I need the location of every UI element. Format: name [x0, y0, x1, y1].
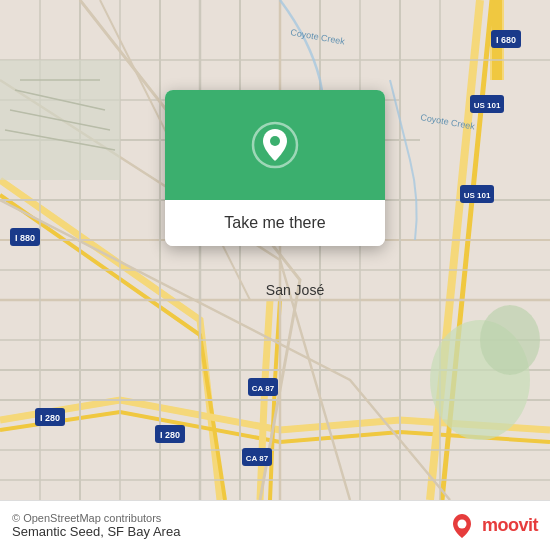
location-pin-icon: [251, 121, 299, 169]
svg-text:CA 87: CA 87: [252, 384, 275, 393]
moovit-label: moovit: [482, 515, 538, 536]
moovit-logo: moovit: [448, 512, 538, 540]
moovit-pin-icon: [448, 512, 476, 540]
svg-text:I 280: I 280: [40, 413, 60, 423]
app-info: © OpenStreetMap contributors Semantic Se…: [12, 512, 180, 539]
svg-text:San José: San José: [266, 282, 325, 298]
app-name: Semantic Seed, SF Bay Area: [12, 524, 180, 539]
popup-header: [165, 90, 385, 200]
map-container: I 880 I 280 I 280 US 101 US 101 I 680 CA…: [0, 0, 550, 500]
svg-text:I 880: I 880: [15, 233, 35, 243]
svg-text:I 680: I 680: [496, 35, 516, 45]
svg-point-54: [457, 519, 466, 528]
svg-text:US 101: US 101: [474, 101, 501, 110]
svg-text:CA 87: CA 87: [246, 454, 269, 463]
svg-point-53: [270, 136, 280, 146]
location-popup: Take me there: [165, 90, 385, 246]
svg-text:I 280: I 280: [160, 430, 180, 440]
take-me-there-button[interactable]: Take me there: [165, 200, 385, 246]
svg-text:US 101: US 101: [464, 191, 491, 200]
attribution: © OpenStreetMap contributors: [12, 512, 180, 524]
svg-point-32: [480, 305, 540, 375]
map-background: I 880 I 280 I 280 US 101 US 101 I 680 CA…: [0, 0, 550, 500]
bottom-bar: © OpenStreetMap contributors Semantic Se…: [0, 500, 550, 550]
